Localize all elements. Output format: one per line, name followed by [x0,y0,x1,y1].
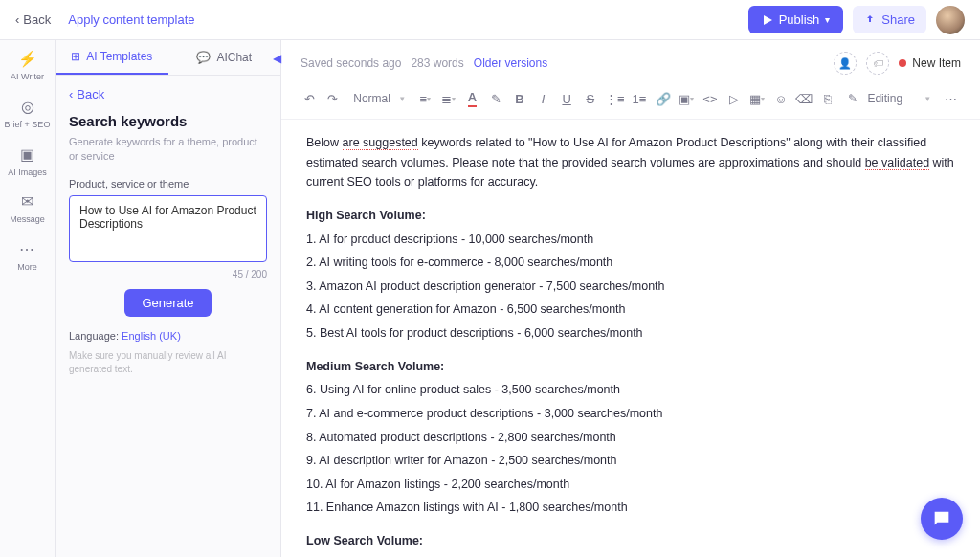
theme-input[interactable] [69,195,267,262]
rail-label: Brief + SEO [5,120,51,130]
list-item: 11. Enhance Amazon listings with AI - 1,… [306,498,955,518]
avatar[interactable] [936,6,965,34]
underline-button[interactable]: U [558,88,576,109]
generate-button[interactable]: Generate [124,289,211,317]
bold-icon: B [515,92,523,106]
sidebar-back-button[interactable]: ‹ Back [69,87,267,101]
bolt-icon: ⚡ [18,50,37,68]
chevron-left-icon: ‹ [69,87,73,101]
indent-button[interactable]: ≣▾ [440,88,458,109]
language-row: Language: English (UK) [69,330,267,342]
tab-aichat[interactable]: 💬 AIChat [168,41,281,74]
table-button[interactable]: ▦▾ [748,88,767,109]
word-count: 283 words [411,56,463,70]
indent-icon: ≣ [441,92,452,106]
tab-label: AI Templates [86,50,152,63]
section-heading: Low Search Volume: [306,531,955,551]
special-icon: ⎘ [824,92,832,106]
bullet-list-icon: ⋮≡ [605,92,625,106]
clear-format-icon: ⌫ [795,92,813,106]
add-collaborator-button[interactable]: 👤 [834,52,857,75]
chevron-down-icon: ▾ [825,14,830,25]
chat-bubble-button[interactable] [921,498,963,540]
image-icon: ▣ [20,145,34,164]
list-item: 3. Amazon AI product description generat… [306,277,955,297]
chevron-down-icon: ▾ [925,94,930,103]
top-header: ‹ Back Apply content template Publish ▾ … [0,0,980,40]
panel-description: Generate keywords for a theme, product o… [69,135,267,165]
editor-column: Saved seconds ago 283 words Older versio… [281,40,980,557]
message-icon: ✉ [21,192,33,211]
chat-icon [931,508,952,529]
rail-label: Message [10,214,45,225]
highlight-button[interactable]: ✎ [487,88,505,109]
clear-format-button[interactable]: ⌫ [795,88,813,109]
chevron-down-icon: ▾ [400,94,405,103]
bullet-list-button[interactable]: ⋮≡ [605,88,625,109]
italic-button[interactable]: I [534,88,552,109]
strike-icon: S [586,92,594,106]
undo-button[interactable]: ↶ [301,88,319,109]
rail-more[interactable]: ⋯ More [17,240,37,273]
category-tag-button[interactable]: 🏷 [866,52,889,75]
share-button[interactable]: Share [853,6,926,33]
table-icon: ▦ [749,92,761,106]
rail-ai-writer[interactable]: ⚡ AI Writer [11,50,44,82]
list-item: 1. AI for product descriptions - 10,000 … [306,230,955,250]
pencil-icon: ✎ [848,92,858,105]
special-button[interactable]: ⎘ [819,88,837,109]
status-dot-icon [899,59,906,67]
section-heading: Medium Search Volume: [306,357,955,377]
editing-mode-select[interactable]: ✎ Editing ▾ [842,92,936,105]
strike-button[interactable]: S [581,88,599,109]
video-button[interactable]: ▷ [724,88,743,109]
numbered-list-icon: 1≡ [633,92,647,106]
older-versions-link[interactable]: Older versions [474,56,547,70]
bold-button[interactable]: B [511,88,529,109]
sidebar-panel: ⊞ AI Templates 💬 AIChat ◀ ‹ Back Search … [56,40,281,557]
icon-rail: ⚡ AI Writer ◎ Brief + SEO ▣ AI Images ✉ … [0,40,56,557]
more-toolbar-button[interactable]: ⋯ [940,88,961,109]
status-label: New Item [912,56,961,70]
collapse-sidebar-button[interactable]: ◀ [273,52,281,65]
rail-message[interactable]: ✉ Message [10,192,45,225]
back-button[interactable]: ‹ Back [15,12,51,27]
numbered-list-button[interactable]: 1≡ [631,88,649,109]
rail-ai-images[interactable]: ▣ AI Images [8,145,47,178]
paragraph-style-select[interactable]: Normal ▾ [347,92,411,105]
field-label: Product, service or theme [69,178,267,189]
grid-icon: ⊞ [71,50,80,63]
language-select[interactable]: English (UK) [122,330,181,342]
align-button[interactable]: ≡▾ [416,88,434,109]
back-label: Back [77,87,104,101]
user-icon: 👤 [838,57,852,70]
code-button[interactable]: <> [702,88,720,109]
play-icon: ▷ [729,92,739,106]
publish-button[interactable]: Publish ▾ [748,6,844,33]
list-item: 4. AI content generation for Amazon - 6,… [306,300,955,320]
link-button[interactable]: 🔗 [654,88,672,109]
rail-brief-seo[interactable]: ◎ Brief + SEO [5,98,51,130]
image-button[interactable]: ▣▾ [678,88,696,109]
editing-label: Editing [867,92,902,105]
rail-label: AI Images [8,167,47,178]
link-icon: 🔗 [656,92,671,106]
back-label: Back [23,12,51,27]
chat-icon: 💬 [196,51,211,64]
disclaimer-text: Make sure you manually review all AI gen… [69,349,267,376]
highlight-icon: ✎ [491,92,501,106]
apply-template-link[interactable]: Apply content template [68,12,194,27]
list-item: 7. AI and e-commerce product description… [306,404,955,424]
rail-label: More [17,262,37,273]
text-color-button[interactable]: A [463,88,481,109]
redo-button[interactable]: ↷ [324,88,343,109]
emoji-button[interactable]: ☺ [772,88,791,109]
underline-icon: U [562,92,570,106]
status-chip[interactable]: New Item [899,56,961,70]
document-body[interactable]: Below are suggested keywords related to … [281,120,980,557]
more-icon: ⋯ [945,92,957,106]
tab-label: AIChat [216,51,252,64]
tab-ai-templates[interactable]: ⊞ AI Templates [56,40,168,75]
intro-paragraph: Below are suggested keywords related to … [306,133,955,192]
list-item: 8. Automated product descriptions - 2,80… [306,428,955,448]
